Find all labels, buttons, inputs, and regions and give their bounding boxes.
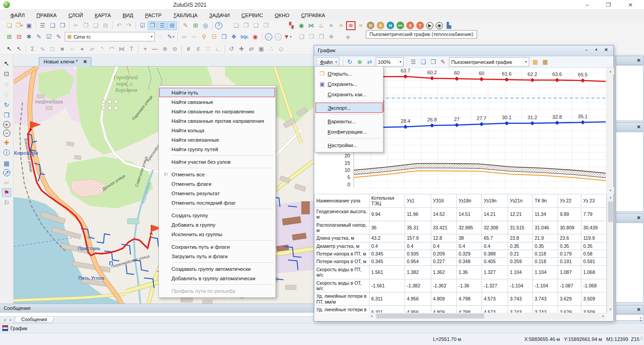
grid-edit-icon[interactable]: ♯ <box>194 44 203 53</box>
menu-5[interactable]: ВИД <box>117 11 139 19</box>
preview-chart-icon[interactable]: ❑ <box>419 58 428 67</box>
badge-t-icon[interactable]: T <box>416 22 424 29</box>
layer-remove-icon[interactable]: ⊟ <box>14 32 24 41</box>
group-add-icon[interactable]: ❒ <box>307 32 316 41</box>
draw-pencil-icon-dropdown-icon[interactable]: ▾ <box>173 35 175 39</box>
tab-scroll-right-icon[interactable]: ► <box>8 318 14 322</box>
menu-item[interactable]: Отменить флаги <box>159 179 275 188</box>
new-table-icon[interactable]: ⊞ <box>191 21 200 30</box>
layer-add-icon[interactable]: ⊞ <box>5 32 14 41</box>
blocks-icon[interactable]: ▚ <box>287 21 296 30</box>
delete-icon[interactable]: ⊟ <box>101 21 110 30</box>
chart-window-close-button[interactable]: ✕ <box>603 47 610 52</box>
docked-panel-1-header[interactable]: ✕ <box>616 56 644 65</box>
circle-select-icon[interactable]: ◌ <box>2 80 11 89</box>
hydrant-icon[interactable]: ♨ <box>316 21 326 30</box>
text-tool-icon[interactable]: T <box>127 44 136 53</box>
edit-mode-icon[interactable]: ✎ <box>181 21 190 30</box>
pan-icon[interactable]: ✚ <box>2 138 11 147</box>
badge-d-icon[interactable]: D <box>367 22 374 29</box>
chart-zoom-dropdown-icon[interactable]: ▾ <box>397 58 403 66</box>
refresh-map-icon[interactable]: ↻ <box>2 100 11 109</box>
docked-panel-2-close-icon[interactable]: ✕ <box>637 124 641 130</box>
menu-item[interactable]: Создать группу <box>159 211 275 220</box>
page-lock-1-icon[interactable]: ❏ <box>231 21 241 30</box>
map-edit-icon[interactable]: ✎ <box>54 32 63 41</box>
chart-dispatcher-icon[interactable]: ≈ <box>326 21 336 30</box>
histogram-icon[interactable]: ▙ <box>444 21 454 30</box>
link-icon[interactable]: ∞ <box>180 32 189 41</box>
share-icon[interactable]: ❖ <box>229 32 239 41</box>
table-scrollbar-thumb[interactable] <box>608 202 613 222</box>
draw-pencil-icon[interactable]: ✎▾ <box>166 32 176 41</box>
record-icon[interactable]: ◉ <box>436 22 443 29</box>
menu-10[interactable]: ОКНО <box>269 11 295 19</box>
menu-item[interactable]: Конфигурации... <box>315 126 383 137</box>
chart-file-menu-button[interactable]: Файл ▾ <box>316 57 339 67</box>
tab-scroll-left-icon[interactable]: ◄ <box>2 318 7 322</box>
table-clear-icon[interactable]: ▦ <box>540 58 550 67</box>
forward-icon[interactable]: → <box>275 33 282 40</box>
menu-item[interactable]: ▣Сохранить... <box>315 79 383 89</box>
menu-7[interactable]: ТАБЛИЦА <box>167 11 203 19</box>
tile-windows-icon[interactable]: ❒ <box>2 111 11 120</box>
menu-item[interactable]: Найти путь <box>159 88 275 97</box>
docked-panel-4-close-icon[interactable]: ✕ <box>637 307 641 313</box>
menu-item[interactable]: Найти несвязанные <box>159 135 275 144</box>
stamp-icon[interactable]: ❖ <box>327 32 336 41</box>
rotate-icon[interactable]: ↺ <box>227 44 236 53</box>
menu-item[interactable]: Сохранить как... <box>315 89 383 99</box>
menu-item[interactable]: Настройки... <box>315 140 383 150</box>
points-icon[interactable]: ∴ <box>266 44 276 53</box>
search-objects-icon[interactable]: ⚲ <box>199 32 209 41</box>
group-select-icon[interactable]: ❑ <box>297 32 306 41</box>
menu-item[interactable]: Отменить последний флаг <box>159 198 275 207</box>
snap-icon[interactable]: ∷ <box>203 44 213 53</box>
chart-window-title-bar[interactable]: График – ▲ ✕ <box>314 45 613 56</box>
badge-g-icon[interactable]: G <box>377 22 384 29</box>
table-scroll-up-icon[interactable]: ▲ <box>607 194 613 201</box>
ortho-icon[interactable]: ∟ <box>213 44 223 53</box>
chart-scroll-up-icon[interactable]: ▲ <box>607 68 614 75</box>
unlink-icon[interactable]: ∞ <box>189 32 199 41</box>
docked-panel-4-header[interactable]: ✕ <box>616 305 644 314</box>
rect-icon[interactable]: □ <box>48 44 57 53</box>
save-icon[interactable]: ▣ <box>24 21 34 30</box>
table-scroll-left-icon[interactable]: ◄ <box>368 313 375 319</box>
window-maximize-button[interactable]: ❐ <box>601 0 616 10</box>
layer-visibility-icon[interactable]: ☑ <box>44 32 54 41</box>
menu-item[interactable]: Найти участки без узлов <box>159 157 275 166</box>
menu-item[interactable]: ⚐Отменить все <box>159 170 275 179</box>
select-tool-icon[interactable]: ↖ <box>2 59 11 68</box>
menu-item[interactable]: Сохрантиь путь и флаги <box>159 242 275 251</box>
docked-panel-1-close-icon[interactable]: ✕ <box>637 58 641 63</box>
dome-icon[interactable]: ◠ <box>107 44 117 53</box>
play-icon[interactable]: ▶ <box>426 22 433 29</box>
layer-combo[interactable]: ▦Сети тс▾ <box>65 32 155 41</box>
goto-icon[interactable]: ↗ <box>3 169 10 176</box>
print-chart-icon[interactable]: ☰ <box>409 58 418 67</box>
undo-icon[interactable]: ↶ <box>114 21 124 30</box>
page-setup-icon[interactable]: ❒ <box>428 58 438 67</box>
table-scroll-down-icon[interactable]: ▼ <box>607 306 613 313</box>
messages-tab[interactable]: Сообщения <box>14 317 55 323</box>
table-vertical-scrollbar[interactable]: ▲ ▼ <box>607 194 613 313</box>
hourglass-icon[interactable]: ⋈ <box>117 44 126 53</box>
open-folder-icon[interactable]: ❐▾ <box>14 21 24 30</box>
add-vertex-icon[interactable]: + <box>140 44 150 53</box>
cut-icon[interactable]: ✂ <box>71 21 81 30</box>
menu-item[interactable]: Найти связанные против направления <box>159 116 275 125</box>
sql-icon[interactable]: SQL <box>239 32 250 41</box>
districts-icon[interactable]: ▦ <box>2 159 11 168</box>
chart-window-minimize-button[interactable]: – <box>583 47 590 52</box>
menu-item[interactable]: Добавить в группу <box>159 220 275 229</box>
docked-panel-3-header[interactable]: ✕ <box>616 213 644 222</box>
chart-taskbar-item[interactable]: График <box>10 326 27 331</box>
window-minimize-button[interactable]: – <box>580 0 595 10</box>
ruler-icon[interactable]: ▱ <box>2 178 11 187</box>
help-icon[interactable]: ? <box>215 22 222 29</box>
map-tab[interactable]: Новые ключи * ✕ <box>39 57 91 67</box>
auto-update-icon[interactable]: ⇄ <box>365 58 374 67</box>
polyline-icon[interactable]: ∿ <box>38 44 47 53</box>
info-icon[interactable]: ⓘ <box>2 148 11 157</box>
